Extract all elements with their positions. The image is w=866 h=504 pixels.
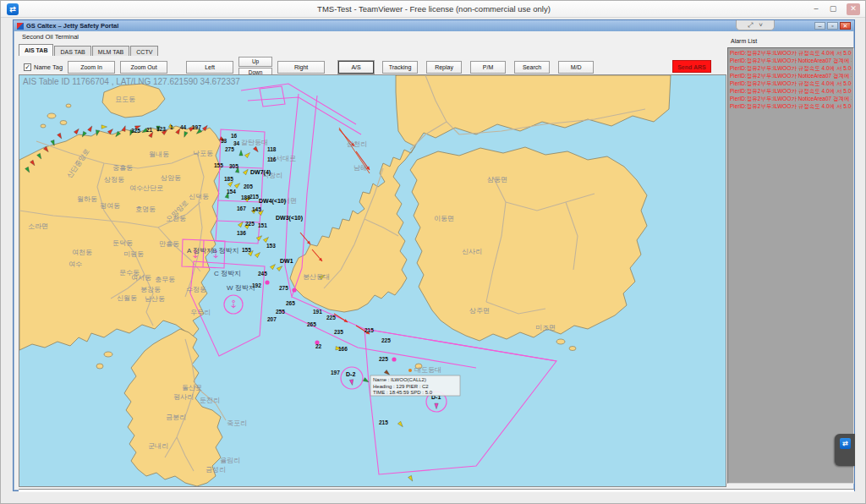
svg-text:DW3(<10): DW3(<10)	[276, 215, 303, 222]
svg-text:154: 154	[227, 189, 236, 194]
svg-text:만흥동: 만흥동	[159, 240, 179, 248]
maximize-button[interactable]: ▢	[826, 3, 840, 15]
svg-text:수정동: 수정동	[186, 286, 206, 293]
svg-text:145: 145	[252, 206, 261, 212]
app-restore-button[interactable]: ▫	[827, 22, 838, 30]
zoom-in-button[interactable]: Zoom In	[68, 61, 115, 74]
svg-text:22: 22	[315, 343, 322, 349]
map-tooltip: Name : ILWOO(CALL2)Heading : 129 PIER : …	[370, 375, 460, 396]
tab-ais[interactable]: AIS TAB	[19, 44, 53, 56]
svg-text:여수산단로: 여수산단로	[129, 184, 163, 192]
svg-text:봉강동: 봉강동	[140, 286, 161, 293]
svg-text:Heading : 129 PIER : C2: Heading : 129 PIER : C2	[373, 384, 429, 389]
svg-text:D-2: D-2	[346, 371, 355, 377]
alarm-entry[interactable]: PierID:정유2부두:ILWOO가 NoticeArea07 경계에 진	[730, 95, 852, 102]
menu-bar[interactable]: Second Oil Terminal	[14, 32, 854, 42]
svg-text:W 정박지: W 정박지	[227, 284, 255, 292]
svg-text:갈탄등대: 갈탄등대	[241, 139, 268, 146]
tracking-button[interactable]: Tracking	[382, 61, 418, 74]
teamviewer-title: TMS-Test - TeamViewer - Free license (no…	[1, 4, 866, 14]
svg-text:대도등대: 대도등대	[414, 366, 441, 374]
teamviewer-titlebar: ⇄ TMS-Test - TeamViewer - Free license (…	[1, 1, 866, 18]
search-button[interactable]: Search	[514, 61, 550, 74]
tab-cctv[interactable]: CCTV	[130, 46, 158, 56]
svg-text:155: 155	[242, 247, 251, 253]
svg-text:33: 33	[221, 138, 227, 144]
svg-text:118: 118	[267, 146, 277, 152]
app-icon	[17, 23, 24, 30]
as-button[interactable]: A/S	[338, 61, 374, 74]
svg-text:197: 197	[331, 370, 340, 375]
svg-text:155: 155	[214, 162, 223, 168]
svg-text:116: 116	[267, 156, 277, 162]
alarm-entry[interactable]: PierID:정유2부두:ILWOO가 규정속도 4.0에 서 5.0을	[730, 79, 852, 87]
svg-text:192: 192	[252, 282, 261, 288]
app-title: GS Caltex – Jetty Safety Portal	[26, 22, 118, 30]
svg-text:44: 44	[180, 124, 187, 130]
svg-text:TIME : 18:45:59 SPD : 5.0: TIME : 18:45:59 SPD : 5.0	[373, 390, 433, 395]
svg-text:상암동: 상암동	[161, 174, 181, 182]
expand-icon[interactable]: ⤢	[748, 20, 753, 30]
svg-text:봉산등대: 봉산등대	[303, 273, 330, 281]
svg-text:151: 151	[258, 222, 267, 228]
svg-text:여천동: 여천동	[72, 249, 92, 256]
svg-text:325: 325	[131, 128, 140, 134]
svg-text:율림리: 율림리	[220, 457, 240, 464]
map-svg: 묘도동월내동낙포동산단중앙로중흥동상정동여수산단로상암동신덕동월하동평여동호명동…	[19, 75, 726, 486]
alarm-entry[interactable]: PierID:정유2부두:ILWOO가 NoticeArea07 경계에 진	[730, 72, 852, 79]
svg-text:미평동: 미평동	[123, 250, 144, 258]
chevron-down-icon[interactable]: ˅	[759, 20, 763, 30]
svg-text:상정동: 상정동	[104, 176, 124, 184]
close-button[interactable]: ✕	[847, 3, 860, 15]
svg-text:191: 191	[313, 309, 322, 315]
svg-text:둔전리: 둔전리	[200, 397, 220, 404]
svg-text:1: 1	[170, 124, 173, 130]
svg-text:남산동: 남산동	[145, 295, 165, 303]
svg-text:16: 16	[231, 133, 238, 139]
teamviewer-sidetab-icon: ⇄	[840, 438, 851, 449]
remote-app-window: GS Caltex – Jetty Safety Portal ⤢ ˅ – ▫ …	[13, 19, 855, 491]
alarm-entry[interactable]: PierID:정유2부두:ILWOO가 규정속도 4.0에 서 5.0을	[730, 87, 852, 95]
status-bar	[19, 489, 854, 492]
app-close-button[interactable]: ✕	[840, 22, 851, 30]
svg-text:여수: 여수	[69, 260, 82, 268]
svg-text:C 정박지: C 정박지	[214, 270, 241, 277]
svg-text:275: 275	[279, 285, 288, 291]
pm-button[interactable]: P/M	[470, 61, 506, 74]
pan-left-button[interactable]: Left	[186, 61, 233, 74]
alarm-list[interactable]: PierID:정유2부두:ILWOO가 규정속도 4.0에 서 5.0을Pier…	[727, 47, 854, 484]
alarm-entry[interactable]: PierID:정유2부두:ILWOO가 규정속도 4.0에 서 5.0을	[730, 49, 852, 57]
svg-text:167: 167	[237, 205, 246, 211]
svg-text:265: 265	[286, 300, 295, 306]
md-button[interactable]: M/D	[558, 61, 594, 74]
teamviewer-session-tab[interactable]: ⤢ ˅	[736, 20, 775, 30]
tab-mlm[interactable]: MLM TAB	[92, 46, 129, 56]
pan-right-button[interactable]: Right	[277, 61, 325, 74]
svg-text:삼동면: 삼동면	[487, 176, 507, 184]
alarm-entry[interactable]: PierID:정유2부두:ILWOO가 규정속도 4.0에 서 5.0을	[730, 64, 852, 72]
minimize-button[interactable]: –	[809, 3, 823, 15]
svg-text:265: 265	[307, 321, 316, 327]
svg-text:215: 215	[364, 327, 374, 333]
teamviewer-sidetab[interactable]: ⇄	[835, 434, 855, 466]
name-tag-checkbox-group[interactable]: ✓ Name Tag	[24, 63, 63, 71]
svg-text:중흥동: 중흥동	[112, 164, 133, 172]
zoom-out-button[interactable]: Zoom Out	[120, 61, 167, 74]
send-ars-button[interactable]: Send ARS	[672, 60, 711, 73]
svg-text:235: 235	[334, 329, 343, 335]
alarm-entry[interactable]: PierID:정유2부두:ILWOO가 NoticeArea07 경계에 진	[730, 57, 852, 64]
svg-text:평여동: 평여동	[100, 202, 120, 210]
tab-das[interactable]: DAS TAB	[54, 46, 90, 56]
name-tag-checkbox[interactable]: ✓	[24, 63, 31, 71]
map-viewport[interactable]: 묘도동월내동낙포동산단중앙로중흥동상정동여수산단로상암동신덕동월하동평여동호명동…	[19, 74, 726, 487]
svg-text:AIS Table ID 11766704 , LAT/LN: AIS Table ID 11766704 , LAT/LNG 127.6215…	[23, 77, 240, 86]
pan-up-button[interactable]: Up	[238, 57, 272, 67]
svg-text:소라면: 소라면	[28, 222, 48, 230]
app-minimize-button[interactable]: –	[814, 22, 825, 30]
svg-text:금성리: 금성리	[206, 466, 226, 474]
replay-button[interactable]: Replay	[426, 61, 462, 74]
svg-text:255: 255	[276, 309, 285, 315]
alarm-entry[interactable]: PierID:정유2부두:ILWOO가 규정속도 4.0에 서 5.0을	[730, 102, 852, 110]
svg-text:245: 245	[258, 271, 267, 277]
svg-text:205: 205	[244, 184, 253, 189]
